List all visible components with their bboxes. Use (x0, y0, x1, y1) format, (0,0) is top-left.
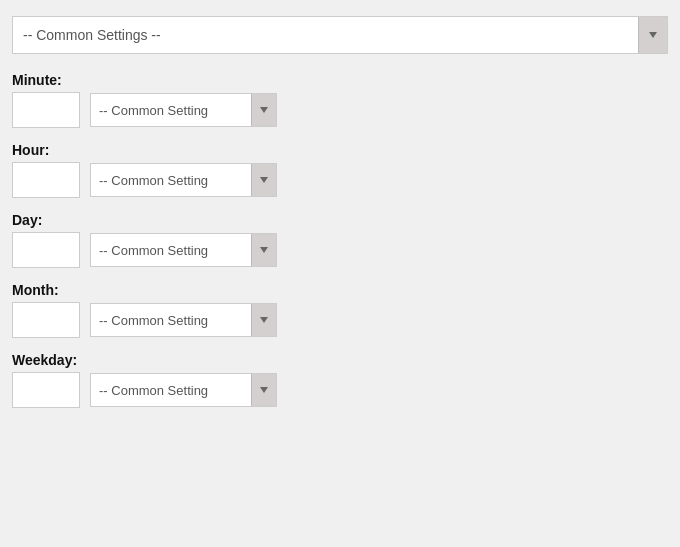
select-arrow-icon-day (251, 234, 276, 266)
select-arrow-icon-hour (251, 164, 276, 196)
text-input-day[interactable] (12, 232, 80, 268)
field-group-weekday: Weekday:-- Common Setting (12, 352, 668, 408)
select-wrapper-day: -- Common Setting (90, 233, 277, 267)
field-group-hour: Hour:-- Common Setting (12, 142, 668, 198)
field-row-weekday: -- Common Setting (12, 372, 668, 408)
field-row-hour: -- Common Setting (12, 162, 668, 198)
select-weekday[interactable]: -- Common Setting (91, 377, 251, 404)
select-day[interactable]: -- Common Setting (91, 237, 251, 264)
fields-container: Minute:-- Common SettingHour:-- Common S… (12, 72, 668, 408)
select-wrapper-hour: -- Common Setting (90, 163, 277, 197)
label-day: Day: (12, 212, 668, 228)
select-arrow-icon-month (251, 304, 276, 336)
label-minute: Minute: (12, 72, 668, 88)
select-minute[interactable]: -- Common Setting (91, 97, 251, 124)
text-input-minute[interactable] (12, 92, 80, 128)
page-container: -- Common Settings -- Minute:-- Common S… (12, 16, 668, 408)
top-select-wrapper: -- Common Settings -- (12, 16, 668, 54)
field-group-day: Day:-- Common Setting (12, 212, 668, 268)
text-input-weekday[interactable] (12, 372, 80, 408)
select-arrow-icon-weekday (251, 374, 276, 406)
top-select-arrow-icon (638, 17, 667, 53)
label-hour: Hour: (12, 142, 668, 158)
text-input-month[interactable] (12, 302, 80, 338)
select-hour[interactable]: -- Common Setting (91, 167, 251, 194)
field-row-minute: -- Common Setting (12, 92, 668, 128)
select-month[interactable]: -- Common Setting (91, 307, 251, 334)
field-row-day: -- Common Setting (12, 232, 668, 268)
label-month: Month: (12, 282, 668, 298)
select-wrapper-minute: -- Common Setting (90, 93, 277, 127)
field-row-month: -- Common Setting (12, 302, 668, 338)
select-arrow-icon-minute (251, 94, 276, 126)
select-wrapper-weekday: -- Common Setting (90, 373, 277, 407)
top-select[interactable]: -- Common Settings -- (13, 19, 638, 51)
field-group-month: Month:-- Common Setting (12, 282, 668, 338)
field-group-minute: Minute:-- Common Setting (12, 72, 668, 128)
text-input-hour[interactable] (12, 162, 80, 198)
label-weekday: Weekday: (12, 352, 668, 368)
select-wrapper-month: -- Common Setting (90, 303, 277, 337)
